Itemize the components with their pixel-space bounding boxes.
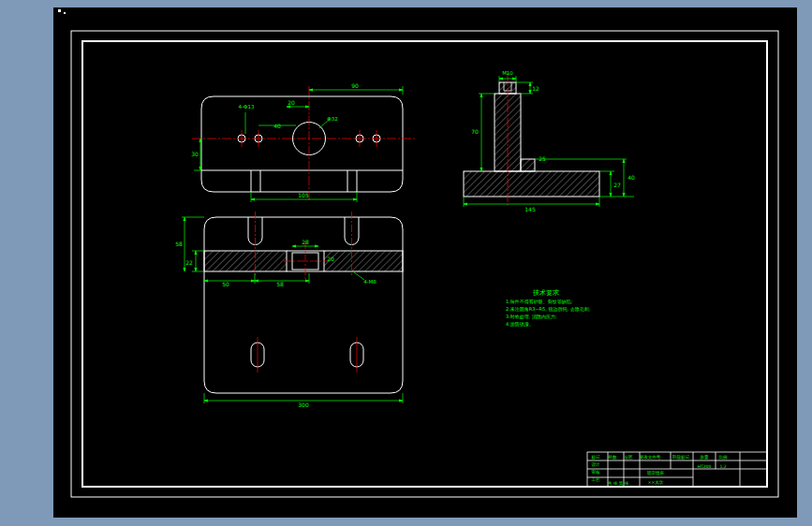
dimension-label: 20: [288, 99, 295, 106]
titleblock-text: 更改文件号: [640, 454, 661, 460]
dimension-label: 70: [471, 128, 479, 135]
titleblock-text: 质量: [701, 455, 710, 460]
drawing-canvas[interactable]: 90204-Φ13Φ324030105M10127025274014522585…: [0, 0, 812, 526]
dimension-label: 58: [276, 281, 284, 287]
titleblock-text: 1:2: [719, 464, 726, 469]
dimension-label: 145: [524, 206, 536, 212]
dimension-label: 58: [175, 241, 183, 247]
dimension-label: 30: [191, 151, 199, 157]
titleblock-text: 审核: [592, 470, 601, 475]
model-space[interactable]: [53, 7, 797, 518]
titleblock-text: HT200: [698, 464, 712, 469]
note-line: 4.涂防锈漆。: [506, 321, 534, 328]
titleblock-text: ××大学: [648, 480, 664, 485]
dimension-label: 90: [351, 82, 359, 89]
ucs-icon-dot: [64, 12, 66, 14]
dimension-label: 4-Φ13: [239, 104, 255, 110]
dimension-label: 12: [532, 85, 539, 92]
dimension-label: 40: [273, 123, 281, 129]
titleblock-text: 处数: [609, 454, 618, 460]
titleblock-text: 阶段标记: [672, 454, 690, 460]
titleblock-text: 共 张 第 张: [608, 481, 629, 486]
note-line: 2.未注圆角R3~R5, 锐边倒钝, 去除毛刺;: [506, 306, 591, 313]
dimension-label: 27: [613, 182, 621, 188]
dimension-label: Φ32: [327, 116, 337, 122]
step-section: [521, 159, 535, 171]
dimension-label: 300: [298, 402, 309, 408]
ucs-icon: [58, 9, 61, 12]
notes-title: 技术要求: [532, 289, 559, 297]
base-section: [464, 171, 599, 197]
section-band-left: [204, 251, 287, 271]
dimension-label: M10: [502, 70, 513, 76]
dimension-label: 22: [185, 259, 193, 266]
dimension-label: 25: [539, 155, 546, 162]
cad-viewport[interactable]: 90204-Φ13Φ324030105M10127025274014522585…: [0, 0, 812, 526]
titleblock-text: 固定钳座: [647, 470, 665, 475]
dimension-label: 4-M8: [363, 279, 376, 285]
titleblock-text: 设计: [592, 461, 601, 467]
dimension-label: 50: [222, 281, 229, 287]
titleblock-text: 分区: [625, 454, 634, 460]
dimension-label: 28: [302, 239, 309, 245]
titleblock-text: 标记: [591, 454, 601, 460]
dimension-label: 20: [327, 256, 334, 262]
dimension-label: 105: [298, 192, 309, 198]
note-line: 1.铸件不得有砂眼、裂纹等缺陷;: [506, 299, 573, 305]
note-line: 3.时效处理, 消除内应力;: [506, 314, 557, 320]
section-band-right: [324, 251, 403, 271]
dimension-label: 40: [627, 174, 635, 181]
titleblock-text: 工艺: [592, 476, 601, 482]
